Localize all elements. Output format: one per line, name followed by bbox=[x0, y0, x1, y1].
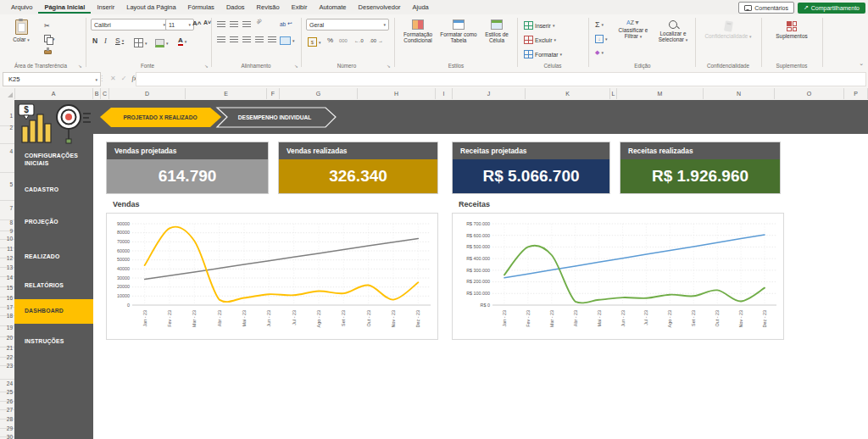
row-header-15[interactable]: 15 bbox=[0, 285, 13, 291]
column-header-L[interactable]: L bbox=[610, 88, 617, 99]
share-button[interactable]: ↗ Compartilhamento bbox=[798, 3, 865, 14]
row-header-21[interactable]: 21 bbox=[0, 345, 13, 351]
enter-formula-button[interactable]: ✓ bbox=[121, 75, 127, 82]
row-header-17[interactable]: 17 bbox=[0, 304, 13, 310]
row-header-8[interactable]: 8 bbox=[0, 220, 13, 225]
cut-button[interactable]: ✂ bbox=[44, 22, 50, 30]
underline-button[interactable]: S▾ bbox=[115, 36, 124, 45]
merge-center-button[interactable]: ▾ bbox=[280, 36, 295, 45]
column-header-P[interactable]: P bbox=[844, 88, 868, 99]
align-right-button[interactable] bbox=[242, 36, 251, 42]
percent-style-button[interactable]: % bbox=[327, 36, 333, 44]
row-header-7[interactable]: 7 bbox=[0, 205, 13, 211]
column-header-M[interactable]: M bbox=[617, 88, 704, 99]
sidebar-item-projeção[interactable]: PROJEÇÃO bbox=[14, 216, 93, 228]
menu-tab-inserir[interactable]: Inserir bbox=[91, 2, 120, 14]
menu-tab-arquivo[interactable]: Arquivo bbox=[5, 2, 38, 14]
menu-tab-dados[interactable]: Dados bbox=[220, 2, 251, 14]
borders-button[interactable]: ▾ bbox=[134, 38, 147, 47]
row-header-13[interactable]: 13 bbox=[0, 264, 13, 270]
copy-button[interactable]: ▾ bbox=[44, 35, 55, 42]
column-header-E[interactable]: E bbox=[186, 88, 267, 99]
font-name-select[interactable]: Calibri▾ bbox=[91, 19, 169, 31]
align-bottom-button[interactable] bbox=[242, 21, 251, 27]
fill-color-button[interactable]: ▾ bbox=[155, 39, 169, 47]
format-painter-button[interactable] bbox=[44, 50, 52, 54]
wrap-text-button[interactable]: ab↩ bbox=[280, 20, 292, 27]
row-header-2[interactable]: 2 bbox=[0, 125, 13, 131]
column-header-O[interactable]: O bbox=[775, 88, 844, 99]
column-header-H[interactable]: H bbox=[358, 88, 436, 99]
align-center-button[interactable] bbox=[230, 36, 238, 42]
orientation-button[interactable]: ab bbox=[255, 18, 263, 25]
column-header-G[interactable]: G bbox=[280, 88, 358, 99]
row-header-19[interactable]: 19 bbox=[0, 325, 13, 331]
number-dialog-launcher[interactable]: ↘ bbox=[387, 64, 391, 69]
sidebar-item-cadastro[interactable]: CADASTRO bbox=[14, 184, 93, 196]
number-format-select[interactable]: Geral▾ bbox=[306, 19, 389, 31]
alignment-dialog-launcher[interactable]: ↘ bbox=[294, 64, 298, 69]
menu-tab-página-inicial[interactable]: Página Inicial bbox=[38, 2, 91, 14]
row-header-1[interactable]: 1 bbox=[0, 113, 13, 119]
column-header-I[interactable]: I bbox=[436, 88, 453, 99]
sidebar-item-configurações-iniciais[interactable]: CONFIGURAÇÕES INICIAIS bbox=[14, 147, 93, 173]
increase-decimal-button[interactable]: ←.0 bbox=[354, 38, 364, 43]
align-middle-button[interactable] bbox=[230, 21, 238, 27]
column-header-J[interactable]: J bbox=[453, 88, 526, 99]
addins-button[interactable]: Suplementos bbox=[768, 21, 815, 39]
row-header-28[interactable]: 28 bbox=[0, 416, 13, 422]
row-header-5[interactable]: 5 bbox=[0, 181, 13, 187]
cancel-formula-button[interactable]: ✕ bbox=[110, 75, 116, 82]
autosum-button[interactable]: Σ▾ bbox=[595, 20, 604, 29]
format-cells-button[interactable]: Formatar▾ bbox=[524, 50, 562, 58]
name-box[interactable]: K25▾ bbox=[3, 72, 101, 86]
fill-button[interactable]: ↓▾ bbox=[595, 35, 608, 43]
row-header-10[interactable]: 10 bbox=[0, 236, 13, 242]
menu-tab-automate[interactable]: Automate bbox=[313, 2, 352, 14]
accounting-format-button[interactable]: $▾ bbox=[308, 37, 321, 47]
row-header-9[interactable]: 9 bbox=[0, 228, 13, 234]
row-header-12[interactable]: 12 bbox=[0, 255, 13, 261]
find-select-button[interactable]: Localizar e Selecionar ▾ bbox=[654, 20, 692, 43]
row-header-18[interactable]: 18 bbox=[0, 313, 13, 319]
row-header-26[interactable]: 26 bbox=[0, 398, 13, 404]
row-header-22[interactable]: 22 bbox=[0, 354, 13, 360]
font-dialog-launcher[interactable]: ↘ bbox=[204, 64, 209, 69]
grow-font-button[interactable]: A˄ bbox=[192, 19, 201, 27]
column-header-F[interactable]: F bbox=[267, 88, 280, 99]
clipboard-dialog-launcher[interactable]: ↘ bbox=[78, 64, 82, 69]
format-as-table-button[interactable]: Formatar como Tabela bbox=[439, 19, 478, 44]
column-header-N[interactable]: N bbox=[704, 88, 775, 99]
column-header-B[interactable]: B bbox=[93, 88, 101, 99]
select-all-corner[interactable] bbox=[0, 88, 15, 99]
italic-button[interactable]: I bbox=[104, 36, 107, 45]
clear-button[interactable]: ◆▾ bbox=[595, 49, 604, 56]
cell-styles-button[interactable]: Estilos de Célula bbox=[480, 19, 514, 44]
column-header-A[interactable]: A bbox=[14, 88, 93, 99]
decrease-decimal-button[interactable]: .00→ bbox=[370, 38, 383, 43]
menu-tab-exibir[interactable]: Exibir bbox=[286, 2, 314, 14]
menu-tab-ajuda[interactable]: Ajuda bbox=[407, 2, 435, 14]
row-header-25[interactable]: 25 bbox=[0, 389, 13, 395]
row-header-4[interactable]: 4 bbox=[0, 148, 13, 154]
sidebar-item-dashboard[interactable]: DASHBOARD bbox=[14, 299, 93, 324]
comments-button[interactable]: Comentários bbox=[738, 2, 794, 14]
sort-filter-button[interactable]: AZ▼ Classificar e Filtrar ▾ bbox=[614, 19, 653, 40]
column-header-D[interactable]: D bbox=[109, 88, 186, 99]
row-header-23[interactable]: 23 bbox=[0, 363, 13, 369]
conditional-formatting-button[interactable]: Formatação Condicional bbox=[398, 19, 437, 44]
font-size-select[interactable]: 11▾ bbox=[165, 19, 194, 31]
row-header-24[interactable]: 24 bbox=[0, 381, 13, 386]
shrink-font-button[interactable]: A˅ bbox=[203, 19, 211, 25]
bold-button[interactable]: N bbox=[92, 36, 97, 45]
font-color-button[interactable]: A▾ bbox=[178, 37, 186, 46]
row-header-30[interactable]: 30 bbox=[0, 434, 13, 439]
align-top-button[interactable] bbox=[217, 21, 225, 27]
comma-style-button[interactable]: 000 bbox=[339, 38, 348, 43]
insert-cells-button[interactable]: Inserir▾ bbox=[524, 21, 554, 30]
row-header-14[interactable]: 14 bbox=[0, 275, 13, 281]
sidebar-item-realizado[interactable]: REALIZADO bbox=[14, 251, 93, 263]
increase-indent-button[interactable] bbox=[268, 36, 276, 42]
paste-button[interactable]: Colar ▾ bbox=[7, 19, 36, 43]
column-header-K[interactable]: K bbox=[526, 88, 610, 99]
